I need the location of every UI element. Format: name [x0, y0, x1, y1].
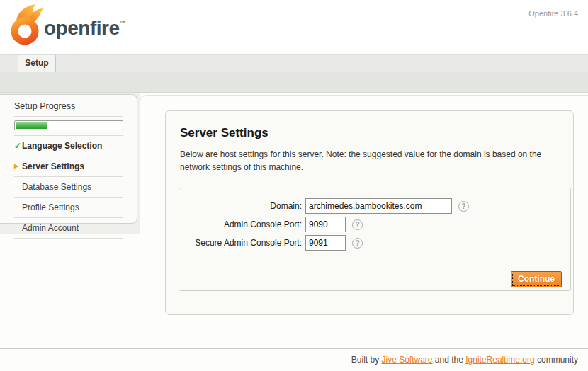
footer-text-suffix: community: [535, 355, 578, 365]
jive-software-link[interactable]: Jive Software: [382, 355, 433, 365]
continue-button[interactable]: Continue: [511, 271, 562, 287]
sidebar-item-label: Admin Account: [22, 223, 79, 233]
sidebar-item-label: Profile Settings: [22, 202, 79, 212]
server-settings-panel: Server Settings Below are host settings …: [165, 110, 574, 315]
sidebar-item-admin-account[interactable]: Admin Account: [14, 218, 123, 239]
progress-fill: [16, 122, 47, 129]
igniterealtime-link[interactable]: IgniteRealtime.org: [465, 355, 534, 365]
setup-progress-card: Setup Progress ✓ Language Selection ▶ Se…: [0, 94, 137, 224]
help-icon[interactable]: ?: [352, 219, 363, 230]
form-row-domain: Domain: ?: [179, 198, 570, 214]
brand-wordmark: openfire™: [44, 17, 125, 40]
sidebar-item-profile-settings[interactable]: Profile Settings: [14, 198, 123, 218]
help-icon[interactable]: ?: [352, 238, 363, 249]
server-settings-form: Domain: ? Admin Console Port: ? Secure A…: [179, 188, 571, 291]
sidebar-item-database-settings[interactable]: Database Settings: [14, 177, 123, 198]
sidebar-item-label: Server Settings: [22, 161, 84, 171]
secure-admin-console-port-input[interactable]: [305, 235, 346, 251]
page-description: Below are host settings for this server.…: [180, 148, 558, 173]
tab-bar: Setup: [0, 54, 588, 72]
form-row-admin-port: Admin Console Port: ?: [179, 217, 570, 232]
version-label: Openfire 3.6.4: [528, 9, 578, 18]
sidebar-item-language-selection[interactable]: ✓ Language Selection: [14, 136, 123, 156]
help-icon[interactable]: ?: [458, 201, 469, 212]
page-footer: Built by Jive Software and the IgniteRea…: [0, 348, 588, 371]
sidebar-item-label: Language Selection: [22, 141, 102, 151]
openfire-setup-page: openfire™ Openfire 3.6.4 Setup Setup Pro…: [0, 0, 588, 371]
admin-console-port-label: Admin Console Port:: [179, 219, 305, 229]
domain-input[interactable]: [305, 198, 452, 214]
footer-text-middle: and the: [433, 355, 466, 365]
openfire-flame-logo-icon: [7, 4, 44, 46]
sidebar-item-label: Database Settings: [22, 182, 91, 192]
setup-progress-title: Setup Progress: [14, 95, 123, 117]
form-row-secure-admin-port: Secure Admin Console Port: ?: [179, 235, 570, 251]
subnav-strip: [0, 72, 588, 93]
current-step-arrow-icon: ▶: [14, 163, 22, 169]
footer-text-prefix: Built by: [351, 355, 382, 365]
progress-bar: [14, 117, 123, 136]
check-icon: ✓: [14, 141, 22, 151]
tab-setup[interactable]: Setup: [18, 55, 56, 72]
progress-track: [14, 120, 123, 130]
secure-admin-console-port-label: Secure Admin Console Port:: [179, 238, 305, 248]
admin-console-port-input[interactable]: [305, 217, 346, 232]
trademark-symbol: ™: [119, 19, 125, 26]
sidebar-item-server-settings[interactable]: ▶ Server Settings: [14, 156, 123, 177]
page-title: Server Settings: [180, 126, 559, 140]
domain-label: Domain:: [179, 201, 305, 211]
app-header: openfire™ Openfire 3.6.4: [0, 0, 588, 54]
